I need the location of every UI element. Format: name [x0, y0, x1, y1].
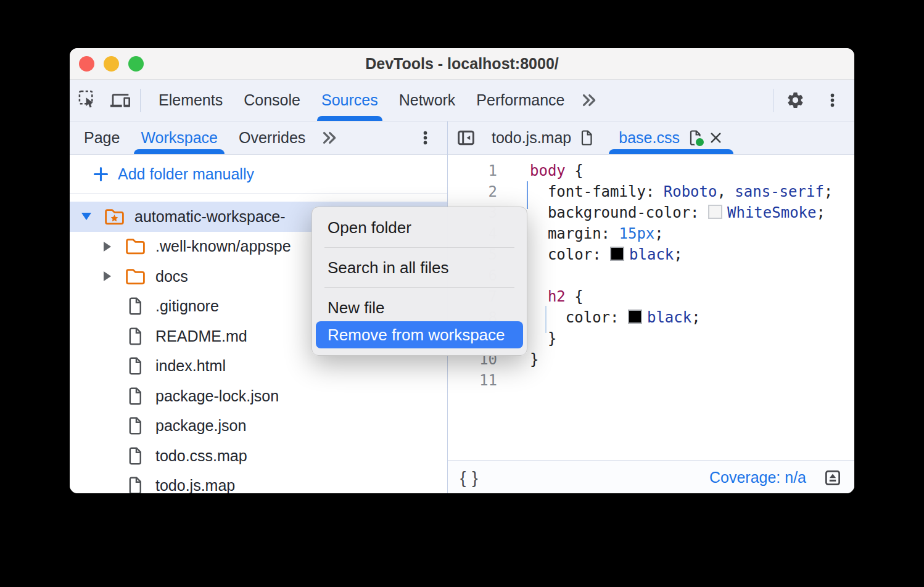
tree-row-package-lock-json[interactable]: package-lock.json: [70, 381, 447, 411]
add-folder-row[interactable]: Add folder manually: [70, 155, 447, 194]
zoom-window-button[interactable]: [128, 56, 144, 72]
coverage-link[interactable]: Coverage: n/a: [709, 469, 806, 486]
inspect-icon[interactable]: [75, 86, 102, 115]
toolbar-right: [773, 86, 854, 115]
tree-item-label: package.json: [155, 417, 246, 435]
minimize-window-button[interactable]: [104, 56, 119, 72]
main-toolbar: ElementsConsoleSourcesNetworkPerformance: [70, 80, 854, 121]
show-drawer-icon[interactable]: [823, 469, 842, 487]
add-folder-label: Add folder manually: [118, 165, 254, 183]
navigator-tab-page[interactable]: Page: [73, 121, 130, 154]
tree-item-label: README.md: [155, 327, 247, 345]
tree-item-label: todo.js.map: [155, 477, 235, 493]
tab-performance[interactable]: Performance: [466, 80, 575, 121]
navigator-tab-workspace[interactable]: Workspace: [130, 121, 228, 154]
navigator-tab-overrides[interactable]: Overrides: [228, 121, 316, 154]
menu-item-new-file[interactable]: New file: [316, 294, 523, 321]
editor-statusbar: { } Coverage: n/a: [448, 460, 854, 493]
more-navigator-tabs-icon[interactable]: [321, 129, 337, 146]
file-icon: [579, 129, 594, 146]
tab-network[interactable]: Network: [389, 80, 466, 121]
window-title: DevTools - localhost:8000/: [70, 55, 854, 73]
context-menu: Open folderSearch in all filesNew fileRe…: [311, 207, 527, 356]
unsaved-changes-dot: [694, 136, 706, 148]
code-text: background-color: WhiteSmoke;: [497, 202, 825, 223]
code-text: font-family: Roboto, sans-serif;: [497, 181, 833, 202]
color-swatch-black[interactable]: [628, 310, 642, 324]
file-icon: [123, 387, 147, 406]
indent-guide: [527, 181, 528, 209]
line-number: 2: [448, 181, 497, 202]
menu-separator: [324, 247, 514, 248]
plus-icon: [92, 165, 110, 183]
folder-icon: [123, 237, 147, 256]
menu-item-search-in-all-files[interactable]: Search in all files: [316, 254, 523, 281]
tree-item-label: .gitignore: [155, 297, 219, 315]
file-icon: [123, 416, 147, 435]
tree-item-label: docs: [155, 268, 188, 285]
tab-sources[interactable]: Sources: [311, 80, 389, 121]
tree-item-label: index.html: [155, 357, 226, 375]
file-icon: [123, 327, 147, 346]
more-panels-icon[interactable]: [575, 86, 602, 115]
menu-separator: [324, 287, 514, 288]
gear-icon[interactable]: [782, 86, 809, 115]
line-number: 1: [448, 160, 497, 181]
devtools-window: DevTools - localhost:8000/ ElementsConso…: [70, 48, 854, 493]
chevron-right-icon[interactable]: [97, 271, 118, 281]
editor-tabbar: todo.js.mapbase.css: [448, 121, 854, 155]
file-icon: [123, 297, 147, 316]
color-swatch-whitesmoke[interactable]: [708, 205, 722, 219]
chevron-down-icon[interactable]: [76, 213, 97, 220]
code-line: 11: [448, 370, 854, 391]
tree-item-label: automatic-workspace-: [134, 208, 286, 226]
file-icon: [688, 129, 703, 146]
toolbar-divider: [773, 89, 774, 112]
editor-tab-base-css[interactable]: base.css: [606, 121, 736, 154]
pretty-print-icon[interactable]: { }: [460, 468, 478, 488]
code-text: body {: [497, 160, 584, 181]
css-selector: h2: [548, 288, 566, 305]
code-line: 2 font-family: Roboto, sans-serif;: [448, 181, 854, 202]
close-window-button[interactable]: [79, 56, 94, 72]
file-icon: [123, 476, 147, 493]
chevron-right-icon[interactable]: [97, 242, 118, 252]
tree-row-todo-css-map[interactable]: todo.css.map: [70, 441, 447, 471]
editor-tab-label: todo.js.map: [492, 129, 571, 147]
code-text: color: black;: [497, 307, 701, 328]
navigator-tabs: PageWorkspaceOverrides: [73, 121, 316, 154]
menu-item-remove-from-workspace[interactable]: Remove from workspace: [316, 321, 523, 348]
tree-item-label: package-lock.json: [155, 387, 279, 405]
editor-tab-todo-js-map[interactable]: todo.js.map: [479, 121, 606, 154]
navigator-tabbar: PageWorkspaceOverrides: [70, 121, 447, 155]
panel-tabs: ElementsConsoleSourcesNetworkPerformance: [148, 80, 575, 121]
tree-item-label: todo.css.map: [155, 447, 247, 465]
file-icon: [123, 356, 147, 376]
line-number: 11: [448, 370, 497, 391]
toggle-navigator-icon[interactable]: [456, 128, 476, 147]
titlebar: DevTools - localhost:8000/: [70, 48, 854, 80]
toolbar-divider: [140, 89, 141, 112]
editor-tabs: todo.js.mapbase.css: [476, 121, 736, 154]
tree-row-package-json[interactable]: package.json: [70, 411, 447, 441]
indent-guide: [545, 306, 547, 333]
code-text: [497, 370, 530, 391]
desktop: { "window_title": "DevTools - localhost:…: [0, 0, 924, 587]
tab-elements[interactable]: Elements: [148, 80, 233, 121]
code-line: 1body {: [448, 160, 854, 181]
folder-icon: [123, 267, 147, 286]
navigator-kebab-menu-icon[interactable]: [417, 129, 434, 146]
color-swatch-black[interactable]: [610, 247, 624, 261]
device-toolbar-icon[interactable]: [107, 86, 134, 115]
tree-row-todo-js-map[interactable]: todo.js.map: [70, 471, 447, 494]
editor-tab-label: base.css: [619, 129, 680, 147]
file-icon: [123, 446, 147, 466]
kebab-menu-icon[interactable]: [819, 86, 846, 115]
tab-console[interactable]: Console: [233, 80, 311, 121]
folder-star-icon: [102, 207, 126, 226]
close-icon[interactable]: [708, 130, 724, 146]
css-selector: body: [530, 162, 566, 179]
traffic-lights: [79, 56, 144, 72]
tree-item-label: .well-known/appspe: [155, 237, 291, 255]
menu-item-open-folder[interactable]: Open folder: [316, 214, 523, 241]
